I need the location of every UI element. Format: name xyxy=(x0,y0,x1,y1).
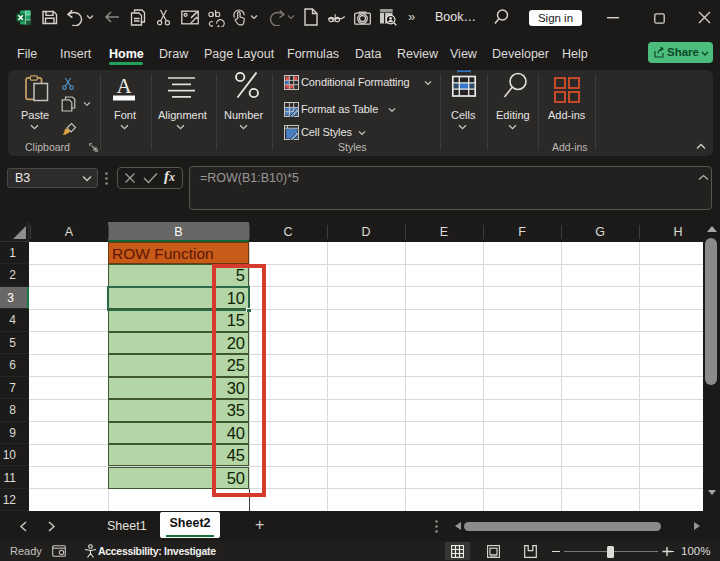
svg-text:A: A xyxy=(116,74,132,98)
